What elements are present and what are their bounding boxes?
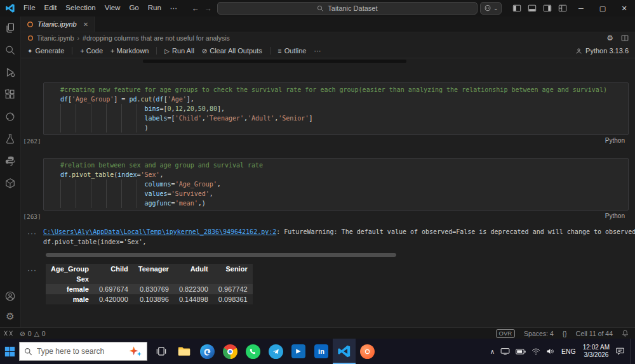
- toggle-secondary-sidebar-icon[interactable]: [540, 0, 555, 16]
- app-icon-orange[interactable]: [356, 339, 378, 364]
- toolbar-more-button[interactable]: ⋯: [314, 47, 321, 55]
- tray-expand-chevron[interactable]: ∧: [490, 348, 495, 355]
- command-center-search[interactable]: Taitanic Dataset: [217, 2, 478, 15]
- testing-flask-icon[interactable]: [4, 133, 16, 145]
- run-all-button[interactable]: ▷Run All: [164, 47, 194, 55]
- menu-run[interactable]: Run: [144, 2, 166, 15]
- kernel-person-icon: [575, 48, 582, 55]
- cell-language[interactable]: Python: [605, 137, 635, 144]
- add-markdown-button[interactable]: + Markdown: [110, 47, 149, 55]
- taskbar-search-placeholder: Type here to search: [37, 347, 124, 356]
- generate-button[interactable]: ✦Generate: [27, 47, 64, 55]
- input-language-indicator[interactable]: ENG: [560, 348, 577, 355]
- taskbar-clock[interactable]: 12:02 AM 3/3/2026: [583, 344, 610, 359]
- menu-edit[interactable]: Edit: [40, 2, 62, 15]
- warnings-icon: △: [34, 330, 39, 337]
- minimize-button[interactable]: ─: [570, 0, 592, 16]
- toolbar-divider: [270, 47, 271, 55]
- copilot-menu-button[interactable]: ⌄: [480, 2, 502, 15]
- tab-close-icon[interactable]: ✕: [83, 21, 88, 28]
- python-icon[interactable]: [4, 155, 16, 167]
- back-arrow-icon[interactable]: ←: [189, 4, 202, 13]
- table-index-name-row: Sex: [46, 274, 253, 284]
- forward-arrow-icon[interactable]: →: [202, 4, 215, 13]
- cell-gutter: [21, 82, 43, 135]
- code-line: columns='Age_Group',: [60, 179, 625, 189]
- vscode-taskbar-icon[interactable]: [333, 339, 356, 364]
- menu-more[interactable]: ⋯: [166, 2, 182, 15]
- breadcrumb-section[interactable]: #dropping columns that are not useful fo…: [83, 34, 230, 42]
- volume-tray-icon[interactable]: [546, 348, 554, 355]
- wifi-tray-icon[interactable]: [531, 348, 540, 355]
- outline-button[interactable]: ≡Outline: [278, 47, 307, 55]
- cell-position-indicator[interactable]: Cell 11 of 44: [576, 330, 613, 337]
- chrome-icon[interactable]: [218, 339, 241, 364]
- add-code-button[interactable]: + Code: [80, 47, 103, 55]
- edge-icon[interactable]: [196, 339, 218, 364]
- start-button[interactable]: [0, 339, 19, 364]
- jupyter-icon[interactable]: [4, 111, 16, 122]
- code-line: aggfunc='mean',): [60, 198, 625, 208]
- remote-indicator-icon[interactable]: [4, 330, 13, 336]
- horizontal-scrollbar-top[interactable]: [143, 60, 406, 63]
- search-highlights-sparkle-icon[interactable]: [128, 346, 142, 357]
- table-row: male0.4200000.1038960.1448980.098361: [46, 294, 253, 304]
- close-button[interactable]: ✕: [613, 0, 635, 16]
- indentation-indicator[interactable]: Spaces: 4: [524, 330, 554, 337]
- menu-selection[interactable]: Selection: [61, 2, 100, 15]
- clear-all-outputs-button[interactable]: ⊘Clear All Outputs: [202, 47, 262, 55]
- notebook-file-icon: [27, 21, 34, 28]
- outline-icon: ≡: [278, 48, 282, 55]
- toggle-sidebar-icon[interactable]: [509, 0, 525, 16]
- toggle-panel-icon[interactable]: [525, 0, 540, 16]
- output-collapse-button[interactable]: ···: [27, 229, 37, 238]
- scrollbar-thumb[interactable]: [46, 253, 396, 257]
- problems-indicator[interactable]: ⊘0 △0: [20, 330, 46, 337]
- maximize-button[interactable]: ▢: [592, 0, 613, 16]
- run-debug-icon[interactable]: [4, 67, 16, 78]
- language-mode-braces[interactable]: {}: [563, 330, 567, 337]
- copilot-icon: [484, 4, 491, 12]
- settings-gear-icon[interactable]: ⚙: [6, 311, 14, 321]
- action-center-icon[interactable]: [615, 347, 625, 356]
- container-cube-icon[interactable]: [4, 178, 16, 189]
- output-table: Age_GroupChildTeenagerAdultSeniorSexfema…: [46, 264, 253, 304]
- clock-date: 3/3/2026: [583, 351, 610, 359]
- cell-editor[interactable]: #creating new feature for age groups to …: [43, 82, 629, 135]
- file-explorer-icon[interactable]: [173, 339, 196, 364]
- task-view-button[interactable]: [150, 339, 173, 364]
- taskbar-search-box[interactable]: Type here to search: [19, 342, 147, 361]
- explorer-icon[interactable]: [4, 22, 16, 34]
- linkedin-icon[interactable]: in: [310, 339, 333, 364]
- show-desktop-button[interactable]: [631, 339, 634, 364]
- display-tray-icon[interactable]: [500, 348, 510, 356]
- breadcrumb-actions: ⚙: [606, 34, 629, 42]
- extensions-icon[interactable]: [4, 89, 16, 100]
- whatsapp-icon[interactable]: [241, 339, 264, 364]
- activity-bar-bottom: ⚙: [4, 290, 16, 327]
- app-icon-blue[interactable]: [287, 339, 310, 364]
- menu-view[interactable]: View: [100, 2, 125, 15]
- split-editor-icon[interactable]: [621, 34, 629, 42]
- breadcrumb-file[interactable]: Titanic.ipynb: [37, 34, 74, 42]
- notifications-bell-icon[interactable]: [622, 330, 629, 337]
- tab-titanic-ipynb[interactable]: Titanic.ipynb ✕: [21, 16, 95, 32]
- system-tray: ∧ ENG 12:02 AM 3/3/2026: [490, 339, 635, 364]
- menu-go[interactable]: Go: [124, 2, 143, 15]
- notebook-content: #creating new feature for age groups to …: [21, 58, 635, 327]
- account-icon[interactable]: [4, 290, 16, 302]
- search-icon[interactable]: [4, 44, 16, 56]
- notebook-file-icon: [27, 35, 34, 41]
- overtype-indicator[interactable]: OVR: [496, 329, 516, 338]
- kernel-picker[interactable]: Python 3.13.6: [575, 47, 629, 55]
- notebook-settings-gear-icon[interactable]: ⚙: [606, 34, 613, 42]
- run-all-icon: ▷: [164, 48, 170, 55]
- menu-file[interactable]: File: [19, 2, 40, 15]
- output-collapse-button[interactable]: ···: [27, 266, 37, 275]
- customize-layout-icon[interactable]: [555, 0, 570, 16]
- cell-language[interactable]: Python: [605, 212, 635, 219]
- battery-tray-icon[interactable]: [516, 348, 526, 355]
- cell-editor[interactable]: #relation between sex and age group and …: [43, 158, 629, 211]
- warning-source-link[interactable]: C:\Users\Aly\AppData\Local\Temp\ipykerne…: [43, 228, 276, 235]
- telegram-icon[interactable]: [264, 339, 287, 364]
